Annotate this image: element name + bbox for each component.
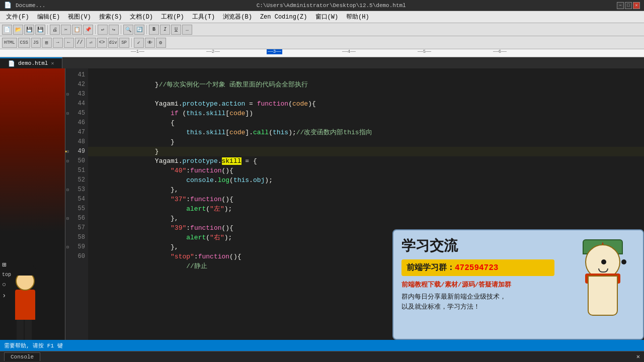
toolbar-sep-4 (146, 25, 147, 34)
sidebar-icon-grid[interactable]: ⊞ (2, 260, 11, 269)
toolbar2-outdent[interactable]: ← (64, 38, 74, 48)
code-line-54: alert("左"); (88, 195, 644, 204)
editor-tab-demo[interactable]: 📄 demo.html ✕ (0, 57, 62, 68)
editor-area: ⊞ top ○ › 41 42 43⊟ 44 45⊟ 46 47 (0, 68, 644, 340)
toolbar2-comment[interactable]: // (75, 38, 85, 48)
menu-window[interactable]: 窗口(W) (311, 12, 343, 22)
mascot-character (573, 239, 633, 330)
code-line-52: }, (88, 175, 644, 185)
status-text: 需要帮助, 请按 F1 键 (4, 342, 63, 349)
code-line-51: console.log(this.obj); (88, 166, 644, 175)
sidebar-icon-top: top (2, 272, 11, 278)
menu-doc[interactable]: 文档(D) (126, 12, 157, 22)
toolbar-save2[interactable]: 💾 (35, 25, 45, 35)
code-line-53: "37":function(){ (88, 185, 644, 195)
toolbar-more[interactable]: … (182, 25, 192, 35)
toolbar2-extra[interactable]: ⚙ (156, 38, 166, 48)
toolbar2-validate[interactable]: ✓ (134, 38, 144, 48)
menu-browser[interactable]: 浏览器(B) (219, 12, 256, 22)
popup-group-info: 前端学习群：472594723 (401, 259, 554, 276)
toolbar2-indent[interactable]: → (53, 38, 63, 48)
tab-icon: 📄 (8, 60, 15, 67)
toolbar2-wrap[interactable]: ⏎ (86, 38, 96, 48)
sidebar-decorative: ⊞ top ○ › (0, 68, 65, 340)
line-num-45: 45⊟ (65, 109, 88, 118)
code-editor[interactable]: 41 42 43⊟ 44 45⊟ 46 47 48 49⊟ 50⊟ 51 52 … (65, 68, 644, 340)
menu-project[interactable]: 工程(P) (157, 12, 188, 22)
popup-text-line2: 以及就业标准，学习方法！ (401, 302, 554, 312)
title-bar: 📄 Docume... C:\Users\Administrator\Deskt… (0, 0, 644, 11)
ruler: ——1—— ——2—— ——3—— ——4—— ——5—— ——6—— (0, 49, 644, 57)
toolbar-cut[interactable]: ✂ (61, 25, 71, 35)
menu-zencoding[interactable]: Zen Coding(Z) (256, 13, 311, 22)
tab-bar: 📄 demo.html ✕ (0, 57, 644, 68)
toolbar-sep-3 (121, 25, 121, 34)
tab-close-button[interactable]: ✕ (51, 60, 54, 66)
toolbar-replace[interactable]: 🔄 (134, 25, 144, 35)
toolbar-1: 📄 📂 💾 💾 🖨 ✂ 📋 📌 ↩ ↪ 🔍 🔄 B I U … (0, 23, 644, 36)
toolbar-save[interactable]: 💾 (24, 25, 34, 35)
toolbar-redo[interactable]: ↪ (109, 25, 119, 35)
toolbar-open[interactable]: 📂 (13, 25, 23, 35)
toolbar2-div[interactable]: div (108, 38, 118, 48)
line-num-50: 50⊟ (65, 156, 88, 166)
toolbar-undo[interactable]: ↩ (98, 25, 108, 35)
line-num-43: 43⊟ (65, 89, 88, 99)
popup-group-label: 前端学习群： (407, 263, 455, 273)
mascot-body (588, 276, 618, 316)
minimize-button[interactable]: − (617, 2, 624, 9)
menu-tools[interactable]: 工具(T) (188, 12, 219, 22)
popup-group-number: 472594723 (455, 263, 498, 273)
line-num-54: 54 (65, 195, 88, 204)
title-bar-text: Docume... (16, 3, 45, 9)
menu-file[interactable]: 文件(F) (2, 12, 33, 22)
toolbar-print[interactable]: 🖨 (50, 25, 60, 35)
toolbar-bold[interactable]: B (149, 25, 159, 35)
toolbar2-sp[interactable]: SP (119, 38, 129, 48)
popup-mascot (562, 230, 643, 339)
toolbar-search[interactable]: 🔍 (123, 25, 133, 35)
toolbar2-js[interactable]: JS (31, 38, 41, 48)
mascot-eyes (601, 259, 626, 264)
code-line-43: Yagami.prototype.action = function(code)… (88, 89, 644, 99)
popup-content: 学习交流 前端学习群：472594723 前端教程下载/素材/源码/答疑请加群 … (393, 230, 562, 339)
toolbar-underline[interactable]: U (171, 25, 181, 35)
sidebar-chevron[interactable]: › (2, 292, 11, 300)
toolbar2-html[interactable]: HTML (2, 38, 17, 48)
line-num-53: 53⊟ (65, 185, 88, 195)
code-line-48: } (88, 137, 644, 147)
mascot-eye-left (601, 259, 606, 264)
ruler-mark-3: ——3—— (267, 49, 282, 54)
line-num-42: 42 (65, 80, 88, 89)
popup-text: 群内每日分享最新前端企业级技术， 以及就业标准，学习方法！ (401, 292, 554, 312)
maximize-button[interactable]: □ (625, 2, 632, 9)
code-line-45: { (88, 109, 644, 118)
menu-search[interactable]: 搜索(S) (95, 12, 126, 22)
menu-view[interactable]: 视图(V) (64, 12, 95, 22)
toolbar2-css[interactable]: CSS (18, 38, 30, 48)
toolbar-2: HTML CSS JS ⊞ → ← // ⏎ <> div SP ✓ 👁 ⚙ (0, 36, 644, 49)
toolbar-copy[interactable]: 📋 (72, 25, 82, 35)
line-num-51: 51 (65, 166, 88, 175)
line-num-57: 57 (65, 223, 88, 233)
sidebar-icon-circle[interactable]: ○ (2, 281, 11, 289)
toolbar2-tag[interactable]: <> (97, 38, 107, 48)
ruler-mark-1: ——1—— (131, 49, 144, 54)
toolbar-paste[interactable]: 📌 (83, 25, 93, 35)
line-num-56: 56⊟ (65, 214, 88, 223)
console-bar: Console ✕ (0, 351, 644, 362)
menu-edit[interactable]: 编辑(E) (33, 12, 64, 22)
menu-help[interactable]: 帮助(H) (342, 12, 373, 22)
close-button[interactable]: ✕ (633, 2, 640, 9)
toolbar-sep-1 (47, 25, 48, 34)
toolbar2-preview[interactable]: 👁 (145, 38, 155, 48)
code-line-47: } (88, 128, 644, 137)
toolbar-italic[interactable]: I (160, 25, 170, 35)
console-close-button[interactable]: ✕ (636, 353, 640, 360)
menu-bar: 文件(F) 编辑(E) 视图(V) 搜索(S) 文档(D) 工程(P) 工具(T… (0, 11, 644, 23)
ruler-mark-4: ——4—— (342, 49, 356, 54)
toolbar2-format[interactable]: ⊞ (42, 38, 52, 48)
console-tab[interactable]: Console (4, 352, 40, 361)
code-line-56: "39":function(){ (88, 214, 644, 223)
toolbar-new[interactable]: 📄 (2, 25, 12, 35)
